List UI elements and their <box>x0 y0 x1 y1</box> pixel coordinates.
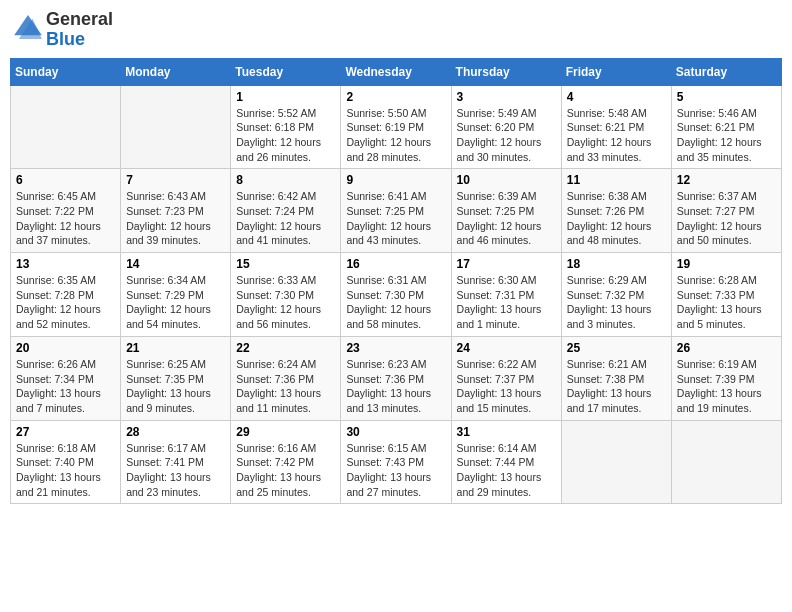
day-info: Sunrise: 6:33 AM Sunset: 7:30 PM Dayligh… <box>236 273 335 332</box>
calendar-cell: 6Sunrise: 6:45 AM Sunset: 7:22 PM Daylig… <box>11 169 121 253</box>
day-info: Sunrise: 6:34 AM Sunset: 7:29 PM Dayligh… <box>126 273 225 332</box>
calendar-cell: 15Sunrise: 6:33 AM Sunset: 7:30 PM Dayli… <box>231 253 341 337</box>
calendar-cell <box>11 85 121 169</box>
calendar-table: SundayMondayTuesdayWednesdayThursdayFrid… <box>10 58 782 505</box>
day-info: Sunrise: 6:24 AM Sunset: 7:36 PM Dayligh… <box>236 357 335 416</box>
week-row-3: 13Sunrise: 6:35 AM Sunset: 7:28 PM Dayli… <box>11 253 782 337</box>
day-info: Sunrise: 6:25 AM Sunset: 7:35 PM Dayligh… <box>126 357 225 416</box>
day-info: Sunrise: 6:19 AM Sunset: 7:39 PM Dayligh… <box>677 357 776 416</box>
day-number: 11 <box>567 173 666 187</box>
day-number: 30 <box>346 425 445 439</box>
dow-header-monday: Monday <box>121 58 231 85</box>
calendar-cell: 10Sunrise: 6:39 AM Sunset: 7:25 PM Dayli… <box>451 169 561 253</box>
day-info: Sunrise: 6:38 AM Sunset: 7:26 PM Dayligh… <box>567 189 666 248</box>
day-info: Sunrise: 6:23 AM Sunset: 7:36 PM Dayligh… <box>346 357 445 416</box>
day-info: Sunrise: 6:39 AM Sunset: 7:25 PM Dayligh… <box>457 189 556 248</box>
calendar-cell: 17Sunrise: 6:30 AM Sunset: 7:31 PM Dayli… <box>451 253 561 337</box>
dow-header-sunday: Sunday <box>11 58 121 85</box>
day-number: 12 <box>677 173 776 187</box>
day-info: Sunrise: 6:15 AM Sunset: 7:43 PM Dayligh… <box>346 441 445 500</box>
day-info: Sunrise: 5:46 AM Sunset: 6:21 PM Dayligh… <box>677 106 776 165</box>
day-number: 8 <box>236 173 335 187</box>
dow-header-wednesday: Wednesday <box>341 58 451 85</box>
day-number: 19 <box>677 257 776 271</box>
day-number: 6 <box>16 173 115 187</box>
day-info: Sunrise: 6:30 AM Sunset: 7:31 PM Dayligh… <box>457 273 556 332</box>
week-row-2: 6Sunrise: 6:45 AM Sunset: 7:22 PM Daylig… <box>11 169 782 253</box>
day-number: 25 <box>567 341 666 355</box>
page-header: GeneralBlue <box>10 10 782 50</box>
day-number: 24 <box>457 341 556 355</box>
day-info: Sunrise: 6:43 AM Sunset: 7:23 PM Dayligh… <box>126 189 225 248</box>
day-number: 2 <box>346 90 445 104</box>
day-info: Sunrise: 6:31 AM Sunset: 7:30 PM Dayligh… <box>346 273 445 332</box>
day-number: 27 <box>16 425 115 439</box>
logo-icon <box>14 15 42 39</box>
calendar-cell: 4Sunrise: 5:48 AM Sunset: 6:21 PM Daylig… <box>561 85 671 169</box>
calendar-cell: 12Sunrise: 6:37 AM Sunset: 7:27 PM Dayli… <box>671 169 781 253</box>
dow-header-tuesday: Tuesday <box>231 58 341 85</box>
day-number: 22 <box>236 341 335 355</box>
days-of-week-row: SundayMondayTuesdayWednesdayThursdayFrid… <box>11 58 782 85</box>
day-info: Sunrise: 6:42 AM Sunset: 7:24 PM Dayligh… <box>236 189 335 248</box>
week-row-4: 20Sunrise: 6:26 AM Sunset: 7:34 PM Dayli… <box>11 336 782 420</box>
calendar-cell: 29Sunrise: 6:16 AM Sunset: 7:42 PM Dayli… <box>231 420 341 504</box>
calendar-cell: 18Sunrise: 6:29 AM Sunset: 7:32 PM Dayli… <box>561 253 671 337</box>
day-number: 3 <box>457 90 556 104</box>
day-info: Sunrise: 6:22 AM Sunset: 7:37 PM Dayligh… <box>457 357 556 416</box>
day-info: Sunrise: 6:35 AM Sunset: 7:28 PM Dayligh… <box>16 273 115 332</box>
day-number: 23 <box>346 341 445 355</box>
day-number: 10 <box>457 173 556 187</box>
calendar-cell: 25Sunrise: 6:21 AM Sunset: 7:38 PM Dayli… <box>561 336 671 420</box>
calendar-cell <box>561 420 671 504</box>
day-number: 16 <box>346 257 445 271</box>
day-info: Sunrise: 6:41 AM Sunset: 7:25 PM Dayligh… <box>346 189 445 248</box>
calendar-cell: 7Sunrise: 6:43 AM Sunset: 7:23 PM Daylig… <box>121 169 231 253</box>
day-number: 13 <box>16 257 115 271</box>
calendar-cell: 16Sunrise: 6:31 AM Sunset: 7:30 PM Dayli… <box>341 253 451 337</box>
day-info: Sunrise: 5:48 AM Sunset: 6:21 PM Dayligh… <box>567 106 666 165</box>
day-info: Sunrise: 6:21 AM Sunset: 7:38 PM Dayligh… <box>567 357 666 416</box>
calendar-cell: 13Sunrise: 6:35 AM Sunset: 7:28 PM Dayli… <box>11 253 121 337</box>
day-number: 14 <box>126 257 225 271</box>
day-info: Sunrise: 6:16 AM Sunset: 7:42 PM Dayligh… <box>236 441 335 500</box>
dow-header-saturday: Saturday <box>671 58 781 85</box>
calendar-cell: 14Sunrise: 6:34 AM Sunset: 7:29 PM Dayli… <box>121 253 231 337</box>
day-number: 17 <box>457 257 556 271</box>
dow-header-thursday: Thursday <box>451 58 561 85</box>
calendar-cell: 2Sunrise: 5:50 AM Sunset: 6:19 PM Daylig… <box>341 85 451 169</box>
day-number: 15 <box>236 257 335 271</box>
day-info: Sunrise: 6:45 AM Sunset: 7:22 PM Dayligh… <box>16 189 115 248</box>
day-info: Sunrise: 5:49 AM Sunset: 6:20 PM Dayligh… <box>457 106 556 165</box>
day-number: 28 <box>126 425 225 439</box>
calendar-cell: 24Sunrise: 6:22 AM Sunset: 7:37 PM Dayli… <box>451 336 561 420</box>
calendar-cell: 30Sunrise: 6:15 AM Sunset: 7:43 PM Dayli… <box>341 420 451 504</box>
week-row-1: 1Sunrise: 5:52 AM Sunset: 6:18 PM Daylig… <box>11 85 782 169</box>
logo: GeneralBlue <box>14 10 113 50</box>
calendar-cell: 27Sunrise: 6:18 AM Sunset: 7:40 PM Dayli… <box>11 420 121 504</box>
calendar-cell: 9Sunrise: 6:41 AM Sunset: 7:25 PM Daylig… <box>341 169 451 253</box>
calendar-cell <box>121 85 231 169</box>
day-info: Sunrise: 6:18 AM Sunset: 7:40 PM Dayligh… <box>16 441 115 500</box>
day-info: Sunrise: 6:17 AM Sunset: 7:41 PM Dayligh… <box>126 441 225 500</box>
day-number: 26 <box>677 341 776 355</box>
day-info: Sunrise: 5:52 AM Sunset: 6:18 PM Dayligh… <box>236 106 335 165</box>
day-number: 18 <box>567 257 666 271</box>
calendar-cell: 26Sunrise: 6:19 AM Sunset: 7:39 PM Dayli… <box>671 336 781 420</box>
calendar-cell: 19Sunrise: 6:28 AM Sunset: 7:33 PM Dayli… <box>671 253 781 337</box>
day-number: 1 <box>236 90 335 104</box>
calendar-cell: 21Sunrise: 6:25 AM Sunset: 7:35 PM Dayli… <box>121 336 231 420</box>
calendar-cell: 3Sunrise: 5:49 AM Sunset: 6:20 PM Daylig… <box>451 85 561 169</box>
calendar-cell: 28Sunrise: 6:17 AM Sunset: 7:41 PM Dayli… <box>121 420 231 504</box>
logo-text: GeneralBlue <box>46 10 113 50</box>
calendar-cell: 5Sunrise: 5:46 AM Sunset: 6:21 PM Daylig… <box>671 85 781 169</box>
dow-header-friday: Friday <box>561 58 671 85</box>
day-number: 21 <box>126 341 225 355</box>
day-info: Sunrise: 6:26 AM Sunset: 7:34 PM Dayligh… <box>16 357 115 416</box>
day-info: Sunrise: 6:37 AM Sunset: 7:27 PM Dayligh… <box>677 189 776 248</box>
calendar-cell: 23Sunrise: 6:23 AM Sunset: 7:36 PM Dayli… <box>341 336 451 420</box>
day-number: 29 <box>236 425 335 439</box>
day-number: 5 <box>677 90 776 104</box>
day-info: Sunrise: 6:28 AM Sunset: 7:33 PM Dayligh… <box>677 273 776 332</box>
day-number: 9 <box>346 173 445 187</box>
